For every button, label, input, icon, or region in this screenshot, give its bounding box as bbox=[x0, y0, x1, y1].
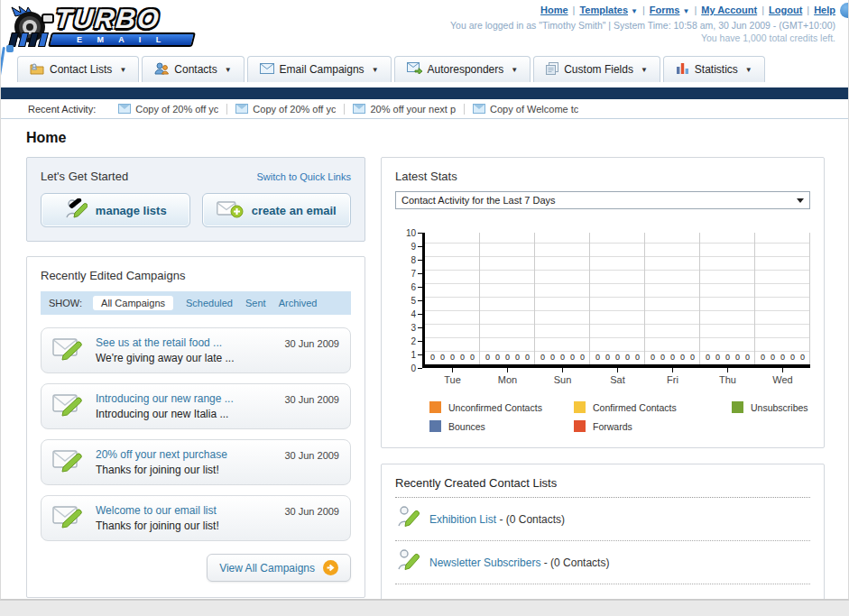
top-link-my-account[interactable]: My Account bbox=[701, 5, 757, 15]
value-labels-group: 00000 bbox=[590, 353, 645, 362]
campaign-text: Introducing our new range ...Introducing… bbox=[96, 392, 284, 420]
x-category: Thu bbox=[700, 368, 755, 385]
value-label: 0 bbox=[761, 353, 765, 362]
campaigns-panel: Recently Edited Campaigns SHOW: All Camp… bbox=[26, 256, 365, 598]
filter-scheduled[interactable]: Scheduled bbox=[186, 298, 233, 308]
contact-list-count: - (0 Contacts) bbox=[496, 513, 565, 526]
contact-list-link[interactable]: Newsletter Subscribers bbox=[429, 556, 540, 569]
tab-email-campaigns[interactable]: Email Campaigns▼ bbox=[247, 56, 392, 82]
value-label: 0 bbox=[651, 353, 655, 362]
value-label: 0 bbox=[725, 353, 730, 362]
create-an-email-button[interactable]: create an email bbox=[202, 193, 352, 227]
campaign-edit-icon bbox=[52, 392, 85, 420]
x-tick-mark bbox=[782, 368, 783, 372]
login-status: You are logged in as "Timothy Smith" | S… bbox=[450, 20, 835, 31]
top-nav-links: Home|Templates▼|Forms▼|My Account|Logout… bbox=[450, 5, 835, 15]
manage-lists-button[interactable]: manage lists bbox=[41, 193, 190, 227]
legend-item: Unsubscribes bbox=[732, 401, 849, 413]
tab-custom-fields[interactable]: Custom Fields▼ bbox=[533, 56, 660, 82]
filter-all-campaigns[interactable]: All Campaigns bbox=[93, 296, 173, 310]
turbo-email-logo: TURBO E M A I L bbox=[8, 4, 211, 54]
x-category: Tue bbox=[425, 368, 480, 385]
filter-sent[interactable]: Sent bbox=[245, 298, 266, 308]
campaign-title-link[interactable]: Introducing our new range ... bbox=[96, 392, 284, 405]
recent-activity-item[interactable]: 20% off your next p bbox=[344, 104, 464, 115]
top-link-logout[interactable]: Logout bbox=[769, 5, 802, 15]
campaign-row[interactable]: Welcome to our email listThanks for join… bbox=[41, 495, 351, 541]
link-separator: | bbox=[642, 5, 645, 15]
value-labels-group: 00000 bbox=[755, 353, 810, 362]
dropdown-arrow-icon bbox=[797, 198, 804, 203]
tab-contact-lists[interactable]: Contact Lists▼ bbox=[17, 56, 139, 82]
logo-stripes bbox=[10, 32, 47, 47]
main-content: Home Let's Get Started Switch to Quick L… bbox=[1, 119, 848, 600]
campaigns-filter-bar: SHOW: All CampaignsScheduledSentArchived bbox=[41, 291, 351, 315]
campaign-title-link[interactable]: 20% off your next purchase bbox=[96, 448, 284, 461]
contact-list-row: Newsletter Subscribers - (0 Contacts) bbox=[395, 541, 810, 584]
recent-activity-bar: Recent Activity: Copy of 20% off ycCopy … bbox=[1, 99, 848, 119]
contact-list-items: Exhibition List - (0 Contacts)Newsletter… bbox=[395, 498, 810, 584]
button-label: manage lists bbox=[96, 204, 167, 217]
campaign-row[interactable]: 20% off your next purchaseThanks for joi… bbox=[41, 439, 351, 485]
x-tick-mark bbox=[562, 368, 563, 372]
top-link-templates[interactable]: Templates bbox=[579, 5, 628, 15]
recent-activity-item[interactable]: Copy of Welcome tc bbox=[464, 104, 586, 115]
statistics-icon bbox=[676, 62, 689, 77]
caret-down-icon: ▼ bbox=[225, 66, 232, 74]
legend-label: Bounces bbox=[448, 421, 485, 432]
day-separator-line bbox=[699, 233, 700, 364]
value-label: 0 bbox=[470, 353, 475, 362]
legend-label: Confirmed Contacts bbox=[593, 402, 677, 413]
recent-activity-item[interactable]: Copy of 20% off yc bbox=[110, 104, 226, 115]
campaign-date: 30 Jun 2009 bbox=[284, 450, 339, 461]
value-label: 0 bbox=[505, 353, 510, 362]
campaign-row[interactable]: Introducing our new range ...Introducing… bbox=[41, 383, 351, 429]
value-label: 0 bbox=[625, 353, 630, 362]
recent-activity-item[interactable]: Copy of 20% off yc bbox=[226, 104, 344, 115]
x-tick-mark bbox=[727, 368, 728, 372]
logo-email-bar: E M A I L bbox=[48, 32, 196, 47]
view-all-campaigns-button[interactable]: View All Campaigns bbox=[207, 554, 351, 582]
tab-autoresponders[interactable]: Autoresponders▼ bbox=[394, 56, 531, 82]
stats-dropdown[interactable]: Contact Activity for the Last 7 Days bbox=[395, 191, 810, 209]
x-category: Sat bbox=[590, 368, 645, 385]
value-label: 0 bbox=[450, 353, 455, 362]
tab-label: Statistics bbox=[695, 63, 738, 76]
x-tick-mark bbox=[452, 368, 453, 372]
value-labels-group: 00000 bbox=[700, 353, 755, 362]
latest-stats-title: Latest Stats bbox=[395, 170, 810, 183]
filter-archived[interactable]: Archived bbox=[279, 298, 318, 308]
x-category-label: Sun bbox=[535, 374, 590, 385]
tab-statistics[interactable]: Statistics▼ bbox=[663, 56, 765, 82]
top-link-help[interactable]: Help bbox=[814, 5, 835, 15]
value-label: 0 bbox=[790, 353, 795, 362]
campaign-text: Welcome to our email listThanks for join… bbox=[96, 504, 284, 532]
link-separator: | bbox=[807, 5, 809, 15]
chart-x-axis: TueMonSunSatFriThuWed bbox=[425, 368, 810, 385]
y-tick-label: 6 bbox=[411, 282, 416, 292]
arrow-circle-icon bbox=[323, 560, 338, 575]
value-label: 0 bbox=[515, 353, 520, 362]
value-label: 0 bbox=[430, 353, 435, 362]
campaign-title-link[interactable]: Welcome to our email list bbox=[96, 504, 284, 517]
page-canvas: TURBO E M A I L Home|Templates▼|Forms▼|M… bbox=[0, 0, 849, 600]
switch-quick-links[interactable]: Switch to Quick Links bbox=[256, 171, 351, 182]
main-nav: Contact Lists▼Contacts▼Email Campaigns▼A… bbox=[1, 56, 848, 87]
contact-list-text: Exhibition List - (0 Contacts) bbox=[429, 513, 565, 526]
stats-dropdown-value: Contact Activity for the Last 7 Days bbox=[401, 195, 556, 206]
tab-contacts[interactable]: Contacts▼ bbox=[142, 56, 244, 82]
button-label: create an email bbox=[252, 204, 337, 217]
contact-lists-title: Recently Created Contact Lists bbox=[395, 476, 810, 498]
contact-list-text: Newsletter Subscribers - (0 Contacts) bbox=[429, 556, 609, 569]
top-link-home[interactable]: Home bbox=[540, 5, 568, 15]
campaign-subtitle: We're giving away our late ... bbox=[96, 352, 284, 364]
campaign-row[interactable]: See us at the retail food ...We're givin… bbox=[41, 327, 351, 373]
tab-label: Autoresponders bbox=[428, 63, 504, 76]
campaign-title-link[interactable]: See us at the retail food ... bbox=[96, 336, 284, 349]
y-tick-label: 1 bbox=[411, 350, 416, 360]
top-link-forms[interactable]: Forms bbox=[650, 5, 680, 15]
contact-list-link[interactable]: Exhibition List bbox=[429, 513, 496, 526]
value-label: 0 bbox=[525, 353, 530, 362]
list-edit-icon bbox=[397, 505, 420, 533]
right-column: Latest Stats Contact Activity for the La… bbox=[381, 157, 825, 600]
